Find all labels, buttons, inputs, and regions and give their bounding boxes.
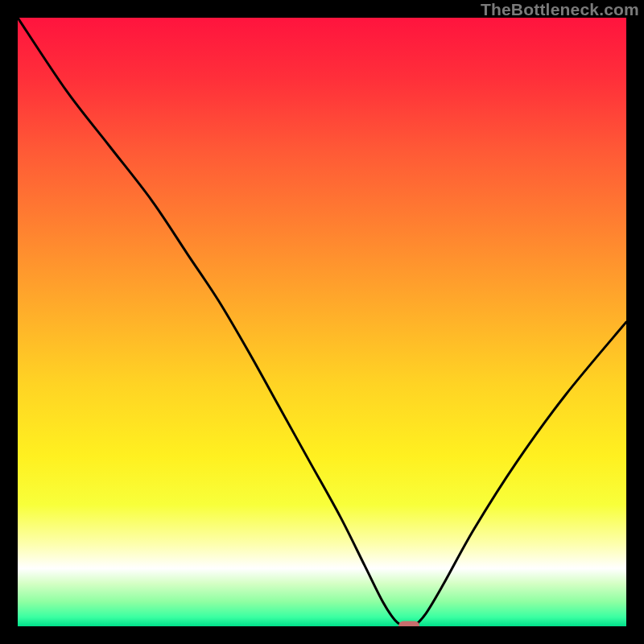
optimum-marker <box>398 621 419 627</box>
gradient-background <box>18 18 626 626</box>
chart-container: TheBottleneck.com <box>0 0 644 644</box>
watermark-text: TheBottleneck.com <box>481 0 639 19</box>
plot-area <box>18 18 626 626</box>
chart-svg <box>18 18 626 626</box>
